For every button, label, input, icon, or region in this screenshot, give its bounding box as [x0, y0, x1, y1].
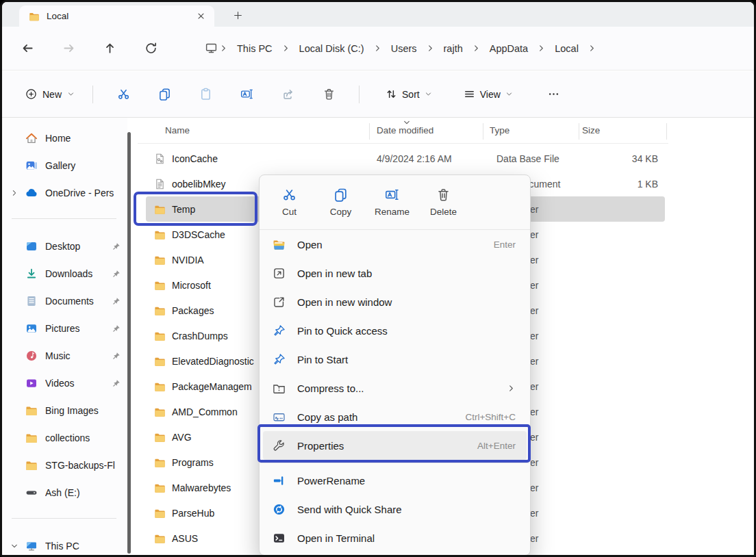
- context-menu-item-open[interactable]: OpenEnter: [263, 230, 527, 259]
- menu-item-label: Properties: [297, 440, 344, 452]
- sidebar-item-collections[interactable]: collections: [2, 424, 127, 452]
- context-menu-item-compress-to[interactable]: Compress to...: [263, 374, 527, 402]
- column-divider[interactable]: [369, 123, 370, 140]
- breadcrumb-item-appdata[interactable]: AppData: [482, 40, 536, 57]
- share-button[interactable]: [274, 82, 301, 107]
- refresh-button[interactable]: [139, 37, 162, 60]
- sidebar-divider: [12, 518, 116, 519]
- sort-button[interactable]: Sort: [379, 82, 439, 107]
- file-name: D3DSCache: [172, 229, 225, 240]
- context-menu-rename-button[interactable]: Rename: [366, 180, 418, 225]
- sidebar-item-label: Ash (E:): [45, 487, 121, 498]
- column-header-name[interactable]: Name: [165, 125, 190, 135]
- file-name: Microsoft: [172, 280, 211, 291]
- toolbar: New Sort View: [2, 71, 754, 118]
- sidebar-item-gallery[interactable]: Gallery: [2, 152, 127, 179]
- context-menu-copy-button[interactable]: Copy: [315, 180, 366, 225]
- breadcrumb-item-rajth[interactable]: rajth: [436, 40, 470, 57]
- context-menu-item-pin-to-start[interactable]: Pin to Start: [263, 345, 527, 374]
- paste-button[interactable]: [192, 82, 219, 107]
- column-divider[interactable]: [483, 123, 483, 140]
- breadcrumb-item-local[interactable]: Local: [547, 40, 586, 57]
- folder-icon: [154, 482, 166, 493]
- thispc-icon: [25, 540, 38, 552]
- sidebar-item-desktop[interactable]: Desktop: [2, 233, 127, 260]
- sidebar-divider: [12, 218, 116, 219]
- file-gear-icon: [154, 153, 166, 164]
- toolbar-separator: [92, 86, 93, 103]
- pin-icon: [112, 324, 121, 333]
- this-pc-icon: [205, 42, 218, 55]
- pictures-icon: [25, 322, 38, 335]
- new-button[interactable]: New: [17, 82, 83, 107]
- back-button[interactable]: [16, 37, 39, 60]
- sidebar-item-this-pc[interactable]: This PC: [2, 532, 127, 555]
- menu-item-label: Compress to...: [297, 383, 364, 394]
- sidebar-item-pictures[interactable]: Pictures: [2, 315, 127, 342]
- context-menu-cut-button[interactable]: Cut: [264, 180, 315, 225]
- folder-icon: [154, 229, 166, 240]
- toolbar-separator: [359, 86, 360, 103]
- new-tab-button[interactable]: [229, 7, 246, 23]
- copy-icon: [333, 187, 348, 202]
- plus-icon: [233, 10, 243, 21]
- view-button[interactable]: View: [457, 82, 520, 107]
- sidebar-item-downloads[interactable]: Downloads: [2, 260, 127, 287]
- folder-open-icon: [273, 238, 286, 251]
- paste-icon: [199, 88, 212, 101]
- tab-title: Local: [47, 11, 68, 21]
- column-divider[interactable]: [579, 123, 579, 140]
- forward-button[interactable]: [57, 37, 80, 60]
- up-button[interactable]: [98, 37, 121, 60]
- context-menu-item-open-in-terminal[interactable]: Open in Terminal: [263, 523, 527, 552]
- column-header-type[interactable]: Type: [490, 125, 509, 135]
- column-header-date-modified[interactable]: Date modified: [377, 125, 433, 135]
- sidebar-item-videos[interactable]: Videos: [2, 370, 127, 397]
- delete-button[interactable]: [315, 82, 342, 107]
- column-header-row: Name Date modified Type Size: [131, 118, 754, 144]
- breadcrumb-item-this-pc[interactable]: This PC: [229, 40, 280, 57]
- menu-item-label: Open in new tab: [297, 268, 372, 279]
- file-name: NVIDIA: [172, 255, 204, 265]
- folder-icon: [154, 456, 166, 468]
- sidebar-item-music[interactable]: Music: [2, 342, 127, 370]
- file-name: IconCache: [172, 153, 218, 164]
- file-date-modified: 4/9/2024 2:16 AM: [377, 153, 452, 164]
- folder-icon: [154, 330, 166, 341]
- toolbar-file-actions: [103, 82, 349, 107]
- tab-local[interactable]: Local: [19, 5, 214, 27]
- context-menu-item-pin-to-quick-access[interactable]: Pin to Quick access: [263, 316, 527, 345]
- context-menu-item-powerrename[interactable]: PowerRename: [263, 466, 527, 495]
- sidebar-item-onedrive-pers[interactable]: OneDrive - Pers: [2, 179, 127, 207]
- sidebar-item-documents[interactable]: Documents: [2, 287, 127, 315]
- sidebar-item-ash-e[interactable]: Ash (E:): [2, 479, 127, 506]
- sidebar-item-home[interactable]: Home: [2, 125, 127, 152]
- file-name: PackageManagem: [172, 381, 252, 392]
- rename-button[interactable]: [233, 82, 260, 107]
- column-divider[interactable]: [666, 123, 667, 140]
- quick-action-label: Rename: [375, 207, 410, 217]
- context-menu-item-open-in-new-tab[interactable]: Open in new tab: [263, 259, 527, 287]
- cut-button[interactable]: [110, 82, 137, 107]
- context-menu-item-properties[interactable]: PropertiesAlt+Enter: [263, 431, 527, 460]
- breadcrumb-item-local-disk-c[interactable]: Local Disk (C:): [292, 40, 372, 57]
- menu-item-shortcut: Ctrl+Shift+C: [465, 412, 516, 422]
- home-icon: [25, 132, 38, 144]
- view-list-icon: [464, 88, 475, 100]
- file-row-iconcache[interactable]: IconCache4/9/2024 2:16 AMData Base File3…: [146, 146, 665, 171]
- more-options-button[interactable]: [540, 82, 568, 107]
- tab-close-button[interactable]: [192, 8, 209, 25]
- context-menu-delete-button[interactable]: Delete: [418, 180, 469, 225]
- header-underline: [138, 143, 668, 144]
- context-menu-item-open-in-new-window[interactable]: Open in new window: [263, 287, 527, 316]
- copy-button[interactable]: [151, 82, 178, 107]
- context-menu-item-send-with-quick-share[interactable]: Send with Quick Share: [263, 495, 527, 523]
- breadcrumb-item-users[interactable]: Users: [383, 40, 425, 57]
- chevron-down-icon: [67, 90, 75, 98]
- folder-icon: [154, 406, 166, 417]
- pin-icon: [112, 242, 121, 251]
- sidebar-item-stg-backups-fl[interactable]: STG-backups-Fl: [2, 452, 127, 479]
- context-menu-item-copy-as-path[interactable]: Copy as pathCtrl+Shift+C: [263, 402, 527, 431]
- column-header-size[interactable]: Size: [582, 125, 600, 135]
- sidebar-item-bing-images[interactable]: Bing Images: [2, 397, 127, 424]
